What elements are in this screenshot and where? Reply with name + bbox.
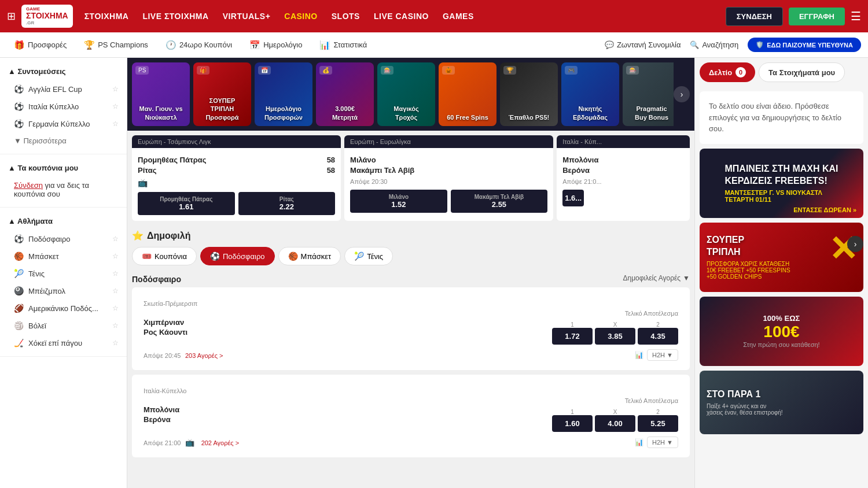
promo-cards-next-arrow[interactable]: › — [674, 86, 690, 102]
soccer-icon-3: ⚽ — [14, 119, 24, 128]
nav2-calendar[interactable]: 📅 Ημερολόγιο — [242, 36, 309, 54]
odd-btn-1-home[interactable]: 1.72 — [552, 328, 593, 345]
sports-section: ▲ Αθλήματα ⚽ Ποδόσφαιρο ☆ 🏀 Μπάσκετ ☆ 🎾 … — [0, 208, 127, 357]
h2h-button-2[interactable]: H2H ▼ — [647, 437, 678, 448]
secondary-navigation: 🎁 Προσφορές 🏆 PS Champions 🕐 24ωρο Κουπό… — [0, 32, 868, 58]
calendar-icon: 📅 — [249, 40, 260, 50]
star-icon-football: ☆ — [112, 235, 119, 243]
sidebar-item-basketball[interactable]: 🏀 Μπάσκετ ☆ — [0, 247, 127, 265]
tab-coupons[interactable]: 🎟️ Κουπόνια — [132, 247, 197, 265]
sidebar-item-volleyball[interactable]: 🏐 Βόλεϊ ☆ — [0, 317, 127, 334]
nav-virtuals[interactable]: VIRTUALS+ — [223, 12, 271, 21]
odd-btn-2-draw[interactable]: 4.00 — [595, 415, 635, 432]
promo-card-calendar[interactable]: 📅 ΗμερολόγιοΠροσφορών — [255, 62, 312, 126]
shortcuts-title: ▲ Συντομεύσεις — [8, 67, 66, 76]
sidebar-item-italy-cup[interactable]: ⚽ Ιταλία Κύπελλο ☆ — [0, 98, 127, 115]
sidebar-item-baseball[interactable]: 🎱 Μπέιζμπολ ☆ — [0, 282, 127, 300]
nav2-24h-coupon[interactable]: 🕐 24ωρο Κουπόνι — [159, 36, 239, 54]
logo-area: ⊞ GAME ΣΤΟΙΧΗΜΑ .GR — [7, 5, 73, 28]
promo-card-cash[interactable]: 💰 3.000€Μετρητά — [316, 62, 374, 126]
odd-btn-2-away[interactable]: 5.25 — [638, 415, 678, 432]
nav-stoixima[interactable]: ΣΤΟΙΧΗΜΑ — [84, 12, 129, 21]
event-odds-section-1: Τελικό Αποτέλεσμα 1 1.72 X 3.85 — [552, 310, 678, 345]
nav-slots[interactable]: SLOTS — [332, 12, 360, 21]
sidebar-item-germany-cup[interactable]: ⚽ Γερμανία Κύπελλο ☆ — [0, 115, 127, 132]
nav-casino[interactable]: CASINO — [284, 12, 317, 21]
promo-banner-4[interactable]: ΣΤΟ ΠΑΡΑ 1 Παίξε 4+ αγώνες και ανχάσεις … — [700, 371, 863, 434]
match-team-home-1: Προμηθέας Πάτρας 58 — [138, 156, 335, 164]
sport-category-label: Ποδόσφαιρο — [132, 275, 181, 284]
sidebar-item-england-efl[interactable]: ⚽ Αγγλία EFL Cup ☆ — [0, 80, 127, 98]
match-body-3: Μπολόνια Βερόνα Απόψε 21:0... 1.6... — [557, 148, 690, 212]
star-icon-1: ☆ — [112, 85, 119, 93]
promo-card-super-triple[interactable]: 🎁 ΣΟΥΠΕΡΤΡΙΠΛΗΠροσφορά — [193, 62, 251, 126]
nav-live-stoixima[interactable]: LIVE ΣΤΟΙΧΗΜΑ — [142, 12, 208, 21]
tab-basketball[interactable]: 🏀 Μπάσκετ — [278, 247, 341, 265]
nav2-live-chat[interactable]: 💬 Ζωντανή Συνομιλία — [605, 40, 681, 49]
basketball-tab-icon: 🏀 — [288, 252, 298, 261]
agores-dropdown[interactable]: Δημοφιλείς Αγορές ▼ — [623, 274, 690, 282]
nav2-search[interactable]: 🔍 Αναζήτηση — [690, 40, 738, 49]
odd-btn-away-1[interactable]: Ρίτας 2.22 — [238, 192, 336, 215]
promo-card-week-winner[interactable]: 🎮 ΝικητήςΕβδομάδας — [561, 62, 619, 126]
promo-card-pragmatic[interactable]: 🎰 PragmaticBuy Bonus — [623, 62, 674, 126]
betslip-button[interactable]: Δελτίο 0 — [700, 62, 755, 82]
odd-btn-home-3[interactable]: 1.6... — [562, 190, 584, 206]
promo-banner-3-sub: Στην πρώτη σου κατάθεση! — [743, 341, 819, 348]
tab-football[interactable]: ⚽ Ποδόσφαιρο — [200, 247, 275, 265]
match-team-away-1: Ρίτας 58 — [138, 166, 335, 175]
shortcuts-header[interactable]: ▲ Συντομεύσεις — [0, 62, 127, 80]
odd-btn-1-draw[interactable]: 3.85 — [595, 328, 635, 345]
event-time-2: Απόψε 21:00 — [144, 439, 181, 446]
promo-badge-pragmatic: 🎰 — [626, 66, 639, 75]
sidebar-item-tennis[interactable]: 🎾 Τένις ☆ — [0, 265, 127, 282]
match-team-home-2: Μιλάνο — [350, 156, 547, 164]
event-teams-2: Μπολόνια Βερόνα — [144, 404, 552, 425]
responsible-gambling-button[interactable]: 🛡️ ΕΔΩ ΠΑΙΖΟΥΜΕ ΥΠΕΥΘΥΝΑ — [748, 38, 861, 52]
h2h-button-1[interactable]: H2H ▼ — [647, 349, 678, 361]
odd-col-2-home: 1 1.60 — [552, 409, 593, 432]
nav2-offers[interactable]: 🎁 Προσφορές — [7, 36, 73, 54]
promo-banner-1-title: ΜΠΑΙΝΕΙΣ ΣΤΗ ΜΑΧΗ ΚΑΙΚΕΡΔΙΖΕΙΣ FREEBETS! — [724, 163, 838, 187]
promo-badge-money: 💰 — [319, 66, 332, 75]
nav-games[interactable]: GAMES — [443, 12, 474, 21]
odd-col-1-home: 1 1.72 — [552, 321, 593, 345]
coupon-login-link[interactable]: Σύνδεση — [14, 181, 43, 190]
logo[interactable]: GAME ΣΤΟΙΧΗΜΑ .GR — [21, 5, 73, 28]
tab-tennis[interactable]: 🎾 Τένις — [344, 247, 393, 265]
odd-btn-1-away[interactable]: 4.35 — [638, 328, 678, 345]
nav-live-casino[interactable]: LIVE CASINO — [374, 12, 429, 21]
promo-badge-calendar: 📅 — [258, 66, 271, 75]
grid-icon[interactable]: ⊞ — [7, 10, 16, 23]
stats-bar-icon-2: 📊 — [635, 438, 643, 446]
odd-btn-home-1[interactable]: Προμηθέας Πάτρας 1.61 — [138, 192, 235, 215]
markets-count-1[interactable]: 203 Αγορές > — [185, 352, 223, 359]
promo-banner-2[interactable]: ΣΟΥΠΕΡΤΡΙΠΛΗ ΠΡΟΣΦΟΡΑ ΧΩΡΙΣ ΚΑΤΑΘΕΣΗ10€ … — [700, 223, 863, 292]
register-button[interactable]: ΕΓΓΡΑΦΗ — [789, 8, 845, 25]
tennis-tab-icon: 🎾 — [354, 252, 364, 261]
hamburger-icon[interactable]: ☰ — [851, 9, 861, 23]
promo-banner-3[interactable]: 100% ΕΩΣ 100€ Στην πρώτη σου κατάθεση! — [700, 297, 863, 366]
promo-card-ps5[interactable]: 🏆 Έπαθλο PS5! — [500, 62, 558, 126]
odd-btn-home-2[interactable]: Μιλάνο 1.52 — [350, 190, 447, 213]
nav2-ps-champions[interactable]: 🏆 PS Champions — [77, 36, 155, 54]
more-shortcuts[interactable]: ▼ Περισσότερα — [0, 132, 127, 149]
promo-card-free-spins[interactable]: 🎃 60 Free Spins — [439, 62, 496, 126]
sidebar-item-football[interactable]: ⚽ Ποδόσφαιρο ☆ — [0, 230, 127, 247]
coupons-header[interactable]: ▲ Τα κουπόνια μου — [0, 159, 127, 177]
left-sidebar: ▲ Συντομεύσεις ⚽ Αγγλία EFL Cup ☆ ⚽ Ιταλ… — [0, 58, 127, 488]
event-row-1: Σκωτία-Πρέμιερσιπ Χιμπέρνιαν Ρος Κάουντι… — [132, 287, 690, 370]
sidebar-item-hockey[interactable]: 🏒 Χόκεϊ επί πάγου ☆ — [0, 334, 127, 352]
my-bets-button[interactable]: Τα Στοιχήματά μου — [759, 62, 845, 82]
nav2-stats[interactable]: 📊 Στατιστικά — [312, 36, 374, 54]
sidebar-item-american-football[interactable]: 🏈 Αμερικάνικο Ποδός... ☆ — [0, 300, 127, 317]
odd-btn-2-home[interactable]: 1.60 — [552, 415, 593, 432]
markets-count-2[interactable]: 202 Αγορές > — [201, 439, 240, 446]
promo-card-wheel[interactable]: 🎰 ΜαγικόςΤροχός — [377, 62, 435, 126]
sports-header[interactable]: ▲ Αθλήματα — [0, 212, 127, 230]
match-team-away-2: Μακάμπι Τελ Αβίβ — [350, 166, 547, 175]
odd-btn-away-2[interactable]: Μακάμπι Τελ Αβίβ 2.55 — [451, 190, 548, 213]
promo-card-ps-champions[interactable]: PS Μαν. Γιουν. vsΝιούκαστλ — [132, 62, 190, 126]
promo-banner-1[interactable]: ΜΠΑΙΝΕΙΣ ΣΤΗ ΜΑΧΗ ΚΑΙΚΕΡΔΙΖΕΙΣ FREEBETS!… — [700, 149, 863, 218]
login-button[interactable]: ΣΥΝΔΕΣΗ — [726, 7, 783, 26]
